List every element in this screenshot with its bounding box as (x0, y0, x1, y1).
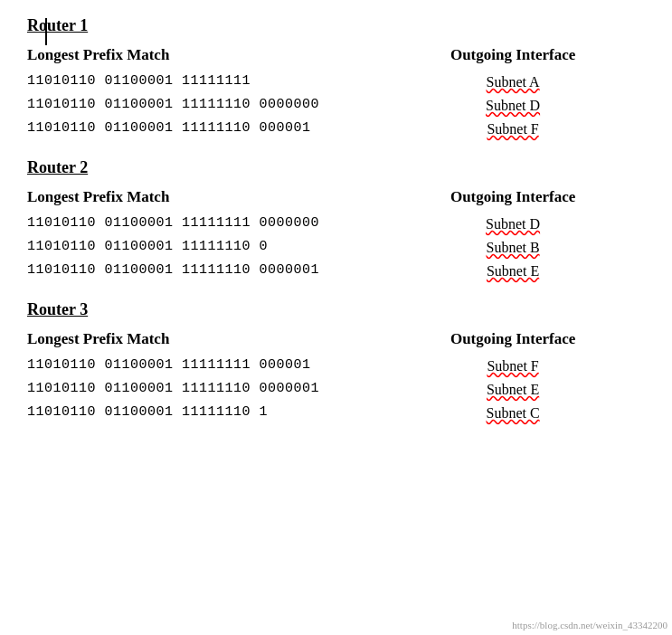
interface-cell: Subnet D (372, 213, 654, 235)
interface-cell: Subnet F (372, 118, 654, 140)
table-row: 11010110 01100001 11111111 0000000Subnet… (27, 213, 654, 235)
header-prefix-1: Longest Prefix Match (27, 46, 372, 64)
prefix-cell: 11010110 01100001 11111111 (27, 71, 372, 93)
prefix-cell: 11010110 01100001 11111110 1 (27, 403, 372, 424)
table-header-1: Longest Prefix MatchOutgoing Interface (27, 46, 654, 64)
prefix-cell: 11010110 01100001 11111110 0000001 (27, 379, 372, 401)
interface-cell: Subnet E (372, 379, 654, 401)
table-header-2: Longest Prefix MatchOutgoing Interface (27, 188, 654, 206)
prefix-cell: 11010110 01100001 11111110 0000000 (27, 95, 372, 117)
interface-value: Subnet C (487, 405, 540, 421)
interface-cell: Subnet F (372, 355, 654, 377)
prefix-cell: 11010110 01100001 11111110 0 (27, 237, 372, 259)
table-row: 11010110 01100001 11111110 0000001Subnet… (27, 379, 654, 401)
watermark: https://blog.csdn.net/weixin_43342200 (512, 620, 667, 630)
interface-value: Subnet F (487, 121, 538, 137)
interface-value: Subnet F (487, 358, 538, 374)
interface-cell: Subnet A (372, 71, 654, 93)
interface-value: Subnet B (487, 240, 540, 255)
interface-value: Subnet E (487, 382, 539, 397)
rows-container-2: 11010110 01100001 11111111 0000000Subnet… (27, 213, 654, 282)
table-row: 11010110 01100001 11111110 0Subnet B (27, 237, 654, 259)
header-prefix-2: Longest Prefix Match (27, 188, 372, 206)
router-title-2: Router 2 (27, 158, 654, 177)
interface-value: Subnet D (486, 216, 540, 232)
prefix-cell: 11010110 01100001 11111111 000001 (27, 355, 372, 377)
router-section-1: Router 1Longest Prefix MatchOutgoing Int… (27, 16, 654, 140)
header-prefix-3: Longest Prefix Match (27, 330, 372, 348)
table-row: 11010110 01100001 11111110 1Subnet C (27, 403, 654, 424)
interface-value: Subnet A (487, 74, 540, 90)
interface-cell: Subnet D (372, 95, 654, 117)
table-row: 11010110 01100001 11111110 0000000Subnet… (27, 95, 654, 117)
rows-container-3: 11010110 01100001 11111111 000001Subnet … (27, 355, 654, 424)
prefix-cell: 11010110 01100001 11111111 0000000 (27, 213, 372, 235)
table-row: 11010110 01100001 11111111Subnet A (27, 71, 654, 93)
table-header-3: Longest Prefix MatchOutgoing Interface (27, 330, 654, 348)
router-section-2: Router 2Longest Prefix MatchOutgoing Int… (27, 158, 654, 282)
header-interface-3: Outgoing Interface (372, 330, 654, 348)
router-title-1: Router 1 (27, 16, 654, 35)
header-interface-2: Outgoing Interface (372, 188, 654, 206)
router-title-3: Router 3 (27, 300, 654, 319)
interface-cell: Subnet E (372, 261, 654, 282)
table-row: 11010110 01100001 11111110 0000001Subnet… (27, 261, 654, 282)
rows-container-1: 11010110 01100001 11111111Subnet A110101… (27, 71, 654, 140)
interface-cell: Subnet C (372, 403, 654, 424)
router-section-3: Router 3Longest Prefix MatchOutgoing Int… (27, 300, 654, 424)
prefix-cell: 11010110 01100001 11111110 0000001 (27, 261, 372, 282)
interface-value: Subnet E (487, 263, 539, 279)
prefix-cell: 11010110 01100001 11111110 000001 (27, 118, 372, 140)
interface-value: Subnet D (486, 98, 540, 113)
header-interface-1: Outgoing Interface (372, 46, 654, 64)
interface-cell: Subnet B (372, 237, 654, 259)
table-row: 11010110 01100001 11111110 000001Subnet … (27, 118, 654, 140)
table-row: 11010110 01100001 11111111 000001Subnet … (27, 355, 654, 377)
